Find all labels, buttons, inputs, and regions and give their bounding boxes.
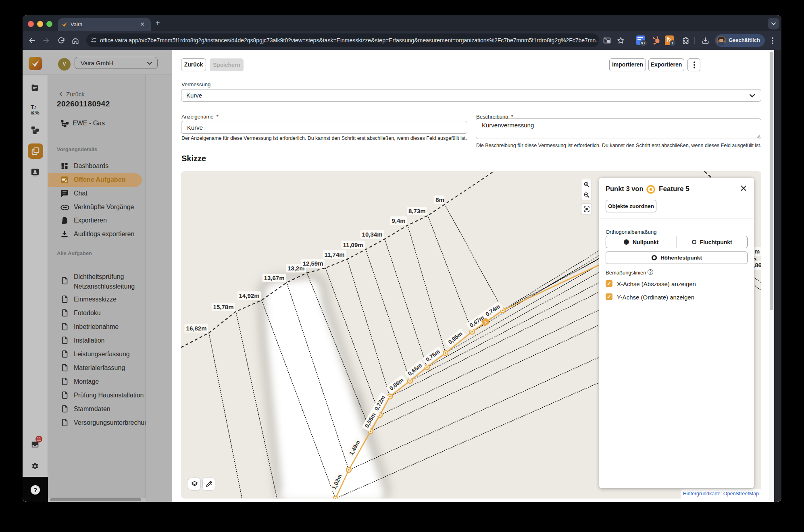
svg-text:8,73m: 8,73m bbox=[408, 208, 426, 214]
svg-text:10,34m: 10,34m bbox=[362, 231, 383, 238]
svg-text:9,4m: 9,4m bbox=[392, 217, 405, 224]
svg-text:11,09m: 11,09m bbox=[343, 241, 363, 248]
svg-text:11,74m: 11,74m bbox=[325, 251, 345, 258]
svg-text:15,78m: 15,78m bbox=[213, 303, 234, 310]
svg-text:13,67m: 13,67m bbox=[264, 274, 285, 281]
svg-text:16,82m: 16,82m bbox=[186, 325, 207, 332]
svg-text:14,92m: 14,92m bbox=[239, 292, 260, 299]
svg-text:12,59m: 12,59m bbox=[303, 260, 323, 267]
svg-text:8m: 8m bbox=[435, 196, 444, 203]
